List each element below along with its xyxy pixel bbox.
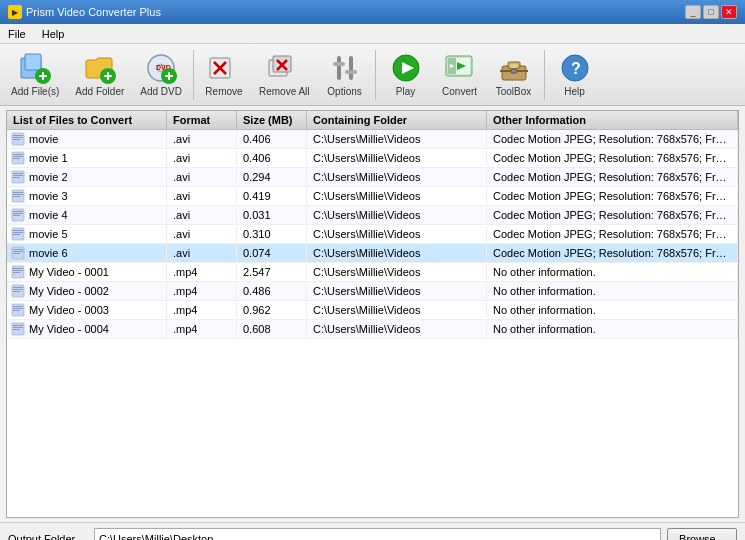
table-row[interactable]: movie .avi0.406C:\Users\Millie\VideosCod…: [7, 130, 738, 149]
svg-rect-50: [13, 175, 23, 176]
file-folder: C:\Users\Millie\Videos: [307, 245, 487, 261]
remove-button[interactable]: Remove: [198, 48, 250, 102]
help-button[interactable]: ? Help: [549, 48, 601, 102]
svg-rect-46: [13, 156, 23, 157]
svg-rect-75: [13, 291, 20, 292]
file-name-cell: My Video - 0002: [7, 282, 167, 300]
play-button[interactable]: Play: [380, 48, 432, 102]
file-info: No other information.: [487, 302, 738, 318]
file-name: My Video - 0003: [29, 304, 109, 316]
file-size: 0.486: [237, 283, 307, 299]
add-folder-icon: [84, 52, 116, 84]
file-info: Codec Motion JPEG; Resolution: 768x576; …: [487, 150, 738, 166]
title-controls: _ □ ✕: [685, 5, 737, 19]
file-icon: [11, 284, 25, 298]
file-name-cell: movie 3: [7, 187, 167, 205]
table-row[interactable]: movie 2 .avi0.294C:\Users\Millie\VideosC…: [7, 168, 738, 187]
minimize-button[interactable]: _: [685, 5, 701, 19]
file-name: My Video - 0004: [29, 323, 109, 335]
file-name: movie 3: [29, 190, 68, 202]
svg-rect-77: [13, 306, 23, 307]
file-name: movie 4: [29, 209, 68, 221]
svg-rect-55: [13, 196, 20, 197]
play-label: Play: [396, 86, 415, 97]
table-row[interactable]: movie 4 .avi0.031C:\Users\Millie\VideosC…: [7, 206, 738, 225]
svg-rect-82: [13, 327, 23, 328]
file-size: 0.074: [237, 245, 307, 261]
sep-3: [544, 50, 545, 100]
file-name-cell: My Video - 0004: [7, 320, 167, 338]
add-files-icon: [19, 52, 51, 84]
svg-rect-71: [13, 272, 20, 273]
remove-all-icon: [268, 52, 300, 84]
svg-rect-81: [13, 325, 23, 326]
add-folder-button[interactable]: Add Folder: [68, 48, 131, 102]
file-folder: C:\Users\Millie\Videos: [307, 283, 487, 299]
options-icon: [329, 52, 361, 84]
bottom-area: Output Folder Browse... Output Format .a…: [0, 522, 745, 540]
output-folder-label: Output Folder: [8, 533, 88, 540]
remove-all-button[interactable]: Remove All: [252, 48, 317, 102]
svg-rect-67: [13, 253, 20, 254]
table-row[interactable]: My Video - 0001 .mp42.547C:\Users\Millie…: [7, 263, 738, 282]
file-name-cell: movie 5: [7, 225, 167, 243]
svg-rect-41: [13, 135, 23, 136]
file-icon: [11, 265, 25, 279]
svg-rect-66: [13, 251, 23, 252]
toolbox-button[interactable]: ToolBox: [488, 48, 540, 102]
svg-rect-62: [13, 232, 23, 233]
table-row[interactable]: movie 1 .avi0.406C:\Users\Millie\VideosC…: [7, 149, 738, 168]
file-name-cell: movie 4: [7, 206, 167, 224]
convert-toolbar-icon: [444, 52, 476, 84]
file-list-area[interactable]: List of Files to Convert Format Size (MB…: [6, 110, 739, 518]
col-header-folder: Containing Folder: [307, 111, 487, 129]
svg-rect-69: [13, 268, 23, 269]
file-info: No other information.: [487, 283, 738, 299]
svg-rect-74: [13, 289, 23, 290]
menu-file[interactable]: File: [4, 27, 30, 41]
convert-toolbar-button[interactable]: Convert: [434, 48, 486, 102]
svg-rect-73: [13, 287, 23, 288]
close-button[interactable]: ✕: [721, 5, 737, 19]
table-row[interactable]: My Video - 0003 .mp40.962C:\Users\Millie…: [7, 301, 738, 320]
file-format: .avi: [167, 207, 237, 223]
menu-help[interactable]: Help: [38, 27, 69, 41]
options-button[interactable]: Options: [319, 48, 371, 102]
add-dvd-button[interactable]: DVD Add DVD: [133, 48, 189, 102]
help-icon: ?: [559, 52, 591, 84]
file-name-cell: My Video - 0003: [7, 301, 167, 319]
table-row[interactable]: My Video - 0002 .mp40.486C:\Users\Millie…: [7, 282, 738, 301]
file-name: movie 6: [29, 247, 68, 259]
svg-rect-35: [510, 64, 518, 68]
file-info: Codec Motion JPEG; Resolution: 768x576; …: [487, 226, 738, 242]
browse-button[interactable]: Browse...: [667, 528, 737, 540]
toolbar: Add File(s) Add Folder DVD: [0, 44, 745, 106]
file-format: .avi: [167, 131, 237, 147]
file-icon: [11, 227, 25, 241]
col-header-info: Other Information: [487, 111, 738, 129]
toolbox-label: ToolBox: [496, 86, 532, 97]
file-folder: C:\Users\Millie\Videos: [307, 207, 487, 223]
help-label: Help: [564, 86, 585, 97]
title-bar: ▶ Prism Video Converter Plus _ □ ✕: [0, 0, 745, 24]
svg-rect-51: [13, 177, 20, 178]
file-size: 0.031: [237, 207, 307, 223]
maximize-button[interactable]: □: [703, 5, 719, 19]
file-icon: [11, 132, 25, 146]
table-row[interactable]: movie 3 .avi0.419C:\Users\Millie\VideosC…: [7, 187, 738, 206]
file-format: .mp4: [167, 302, 237, 318]
add-files-button[interactable]: Add File(s): [4, 48, 66, 102]
file-folder: C:\Users\Millie\Videos: [307, 264, 487, 280]
table-row[interactable]: My Video - 0004 .mp40.608C:\Users\Millie…: [7, 320, 738, 339]
file-size: 2.547: [237, 264, 307, 280]
file-icon: [11, 189, 25, 203]
file-size: 0.419: [237, 188, 307, 204]
output-folder-input[interactable]: [94, 528, 661, 540]
svg-rect-4: [42, 72, 44, 80]
file-name: My Video - 0001: [29, 266, 109, 278]
file-folder: C:\Users\Millie\Videos: [307, 131, 487, 147]
table-row[interactable]: movie 6 .avi0.074C:\Users\Millie\VideosC…: [7, 244, 738, 263]
file-icon: [11, 303, 25, 317]
table-row[interactable]: movie 5 .avi0.310C:\Users\Millie\VideosC…: [7, 225, 738, 244]
svg-rect-23: [349, 56, 353, 80]
